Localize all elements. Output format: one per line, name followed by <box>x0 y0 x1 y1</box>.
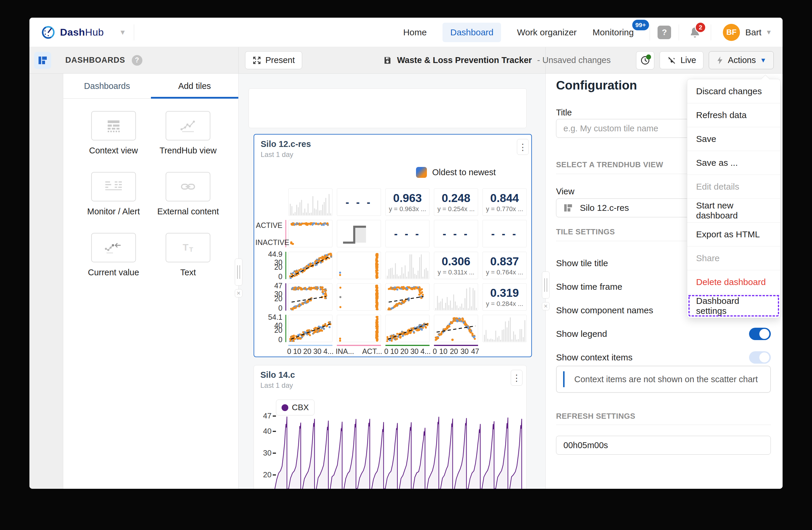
correlation-value: 0.963 <box>393 192 422 205</box>
line-y-tick-mark <box>273 431 276 432</box>
config-collapse-button[interactable]: × <box>542 302 550 310</box>
sidebar-resize-handle[interactable] <box>235 259 243 285</box>
line-y-tick: 40 <box>258 427 272 436</box>
line-y-tick: 20 <box>258 470 272 479</box>
present-button[interactable]: Present <box>245 51 302 69</box>
nav-item-dashboard[interactable]: Dashboard <box>443 23 501 42</box>
splom-y-tick: 0 <box>255 304 282 312</box>
tile-title: Silo 14.c <box>260 370 295 380</box>
brand-caret-icon[interactable]: ▼ <box>119 28 126 37</box>
splom-cell-r5c5 <box>482 315 527 342</box>
actions-button[interactable]: Actions ▼ <box>709 51 774 69</box>
tile-option-monitor-alert[interactable]: Monitor / Alert <box>76 172 151 217</box>
live-button[interactable]: Live <box>659 51 704 69</box>
dashboard-canvas[interactable]: Silo 12.c-res Last 1 day ⋮ Oldest to new… <box>238 74 546 489</box>
tile-timeframe: Last 1 day <box>260 381 293 390</box>
splom-cell-r4c4 <box>434 283 478 311</box>
user-menu-caret-icon[interactable]: ▼ <box>766 29 772 36</box>
text-icon: TT <box>178 240 198 255</box>
tile-option-text[interactable]: TTText <box>151 233 226 277</box>
tile-option-context-view[interactable]: Context view <box>76 111 151 155</box>
correlation-formula: y = 0.963x ... <box>389 205 426 213</box>
correlation-formula: y = 0.284x ... <box>486 300 523 308</box>
splom-x-ticks: 010203047 <box>433 347 479 356</box>
tab-add-tiles[interactable]: Add tiles <box>151 74 238 98</box>
tab-dashboards[interactable]: Dashboards <box>63 74 151 98</box>
actions-caret-icon: ▼ <box>760 57 766 64</box>
toolbar-middle: Present Waste & Loss Prevention Tracker … <box>238 47 546 73</box>
context-view-icon <box>104 118 123 134</box>
splom-cell-r2c1 <box>288 220 332 247</box>
brand-logo[interactable]: DashHub <box>41 25 104 40</box>
menu-item-save-as-[interactable]: Save as ... <box>687 151 780 175</box>
refresh-interval-input[interactable] <box>556 436 771 455</box>
sidebar-panel: DashboardsAdd tiles Context viewTrendHub… <box>63 74 238 489</box>
time-settings-button[interactable] <box>636 51 654 69</box>
tile-option-label: Text <box>180 268 196 277</box>
menu-item-save[interactable]: Save <box>687 127 780 151</box>
avatar[interactable]: BF <box>723 24 740 41</box>
notifications-button[interactable]: 2 <box>688 26 701 39</box>
dashboards-rail-button[interactable] <box>34 52 51 69</box>
tile-option-current-value[interactable]: Current value <box>76 233 151 277</box>
tile-menu-button[interactable]: ⋮ <box>511 370 522 386</box>
close-icon: × <box>237 290 241 297</box>
title-label: Title <box>556 108 572 117</box>
menu-item-refresh-data[interactable]: Refresh data <box>687 103 780 127</box>
menu-item-delete-dashboard[interactable]: Delete dashboard <box>687 270 780 294</box>
toggle-show-legend[interactable] <box>749 328 771 340</box>
toggle-show-context-items[interactable] <box>749 351 771 364</box>
user-name[interactable]: Bart <box>745 27 762 38</box>
tile-option-trendhub-view[interactable]: TrendHub view <box>151 111 226 155</box>
tile-silo-12[interactable]: Silo 12.c-res Last 1 day ⋮ Oldest to new… <box>253 134 532 357</box>
tile-option-label: Monitor / Alert <box>87 207 140 217</box>
nav-divider <box>679 25 679 40</box>
splom-cell-r2c5: - - - <box>482 220 527 247</box>
splom-x-ticks: INA...ACT... <box>336 347 382 356</box>
status-dot <box>646 55 651 59</box>
splom-cell-r3c3 <box>386 252 430 279</box>
nav-divider <box>711 25 711 40</box>
menu-item-export-as-html[interactable]: Export as HTML <box>687 222 780 246</box>
splom-cell-r1c1 <box>288 189 332 216</box>
menu-item-share[interactable]: Share <box>687 246 780 270</box>
menu-item-discard-changes[interactable]: Discard changes <box>687 79 780 103</box>
help-icon[interactable]: ? <box>657 26 671 39</box>
nav-item-work-organizer[interactable]: Work organizer <box>517 27 577 38</box>
menu-item-dashboard-settings[interactable]: Dashboard settings <box>687 294 780 318</box>
document-title: Waste & Loss Prevention Tracker <box>397 55 532 65</box>
save-icon <box>383 56 392 65</box>
splom-cell-r5c3 <box>386 315 430 342</box>
lightning-icon <box>716 56 724 65</box>
divider <box>556 424 771 425</box>
splom-x-ticks: 01020304... <box>287 347 334 356</box>
setting-label: Show legend <box>556 329 607 339</box>
panel-title: DASHBOARDS <box>65 56 125 65</box>
splom-cell-r1c3: 0.963y = 0.963x ... <box>386 189 430 216</box>
left-rail <box>29 74 63 489</box>
context-note: Context items are not shown on the scatt… <box>557 375 758 384</box>
external-content-icon <box>178 179 198 194</box>
info-accent-bar <box>563 371 565 387</box>
line-y-tick-mark <box>273 452 276 454</box>
panel-help-icon[interactable]: ? <box>132 55 142 66</box>
empty-tile[interactable] <box>249 88 527 128</box>
svg-text:T: T <box>183 242 189 253</box>
splom-x-axis <box>337 345 381 346</box>
nav-item-monitoring[interactable]: Monitoring99+ <box>593 27 634 38</box>
config-resize-handle[interactable] <box>542 271 550 298</box>
actions-menu: Discard changesRefresh dataSaveSave as .… <box>687 79 781 318</box>
nav-item-home[interactable]: Home <box>403 27 426 38</box>
no-data-dashes: - - - <box>434 220 478 247</box>
splom-x-ticks: 01020304... <box>384 347 431 356</box>
splom-y-tick: 54.1 <box>255 313 282 322</box>
menu-item-edit-details[interactable]: Edit details <box>687 175 780 198</box>
sidebar-collapse-button[interactable]: × <box>235 289 243 297</box>
menu-item-start-new-dashboard[interactable]: Start new dashboard <box>687 198 780 222</box>
current-value-icon <box>103 240 124 255</box>
setting-row-show-legend: Show legend <box>556 324 771 343</box>
tile-silo-14[interactable]: Silo 14.c Last 1 day ⋮ CBX 47403020 <box>253 365 527 489</box>
tile-option-external-content[interactable]: External content <box>151 172 226 217</box>
close-icon: × <box>544 303 548 310</box>
live-off-icon <box>667 56 676 65</box>
